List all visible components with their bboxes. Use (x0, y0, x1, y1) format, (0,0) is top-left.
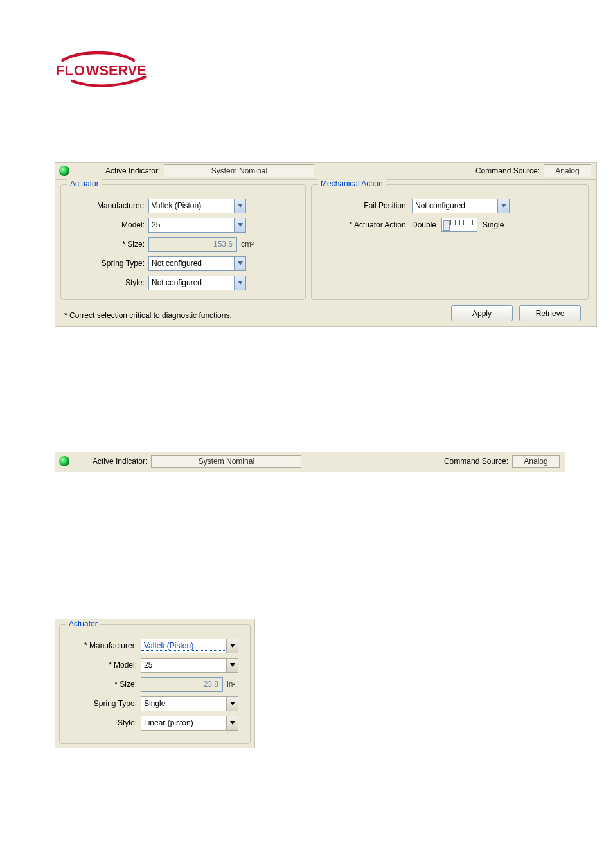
svg-text:WSERVE: WSERVE (86, 62, 147, 78)
flowserve-logo: FL O WSERVE (51, 51, 154, 90)
logo: FL O WSERVE (0, 0, 613, 92)
svg-text:O: O (74, 62, 85, 78)
svg-text:FL: FL (56, 62, 73, 78)
